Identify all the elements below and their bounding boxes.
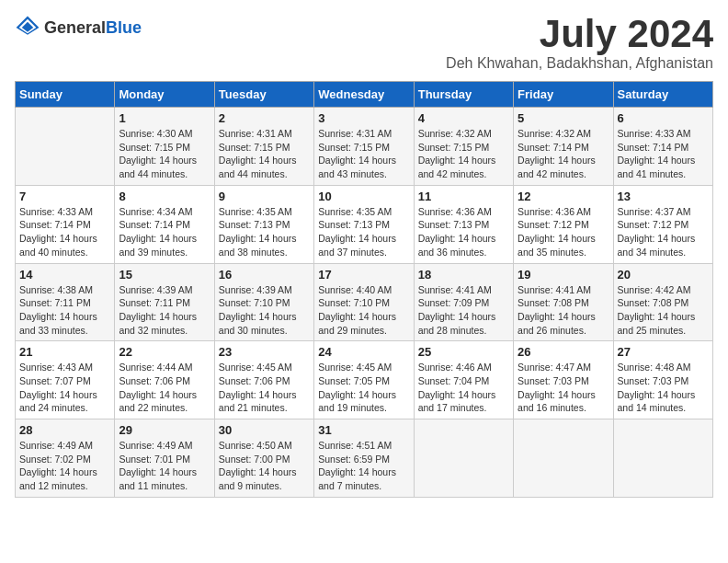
col-header-wednesday: Wednesday bbox=[314, 82, 414, 108]
week-row-2: 7Sunrise: 4:33 AM Sunset: 7:14 PM Daylig… bbox=[16, 185, 713, 263]
logo-blue: Blue bbox=[106, 18, 142, 37]
day-info: Sunrise: 4:30 AM Sunset: 7:15 PM Dayligh… bbox=[119, 127, 210, 181]
calendar-cell: 28Sunrise: 4:49 AM Sunset: 7:02 PM Dayli… bbox=[16, 419, 115, 498]
week-row-1: 1Sunrise: 4:30 AM Sunset: 7:15 PM Daylig… bbox=[16, 108, 713, 186]
day-number: 19 bbox=[518, 268, 609, 282]
col-header-sunday: Sunday bbox=[16, 82, 115, 108]
day-info: Sunrise: 4:37 AM Sunset: 7:12 PM Dayligh… bbox=[618, 205, 709, 259]
day-number: 22 bbox=[119, 345, 210, 359]
calendar-cell bbox=[613, 419, 712, 498]
day-number: 2 bbox=[219, 111, 310, 125]
day-number: 9 bbox=[219, 190, 310, 203]
calendar-cell: 8Sunrise: 4:34 AM Sunset: 7:14 PM Daylig… bbox=[115, 185, 214, 263]
calendar-cell: 26Sunrise: 4:47 AM Sunset: 7:03 PM Dayli… bbox=[514, 341, 613, 419]
location-title: Deh Khwahan, Badakhshan, Afghanistan bbox=[446, 55, 713, 72]
logo-general: General bbox=[44, 18, 106, 37]
day-info: Sunrise: 4:38 AM Sunset: 7:11 PM Dayligh… bbox=[19, 283, 110, 338]
day-info: Sunrise: 4:42 AM Sunset: 7:08 PM Dayligh… bbox=[618, 283, 709, 338]
week-row-5: 28Sunrise: 4:49 AM Sunset: 7:02 PM Dayli… bbox=[16, 419, 713, 498]
day-info: Sunrise: 4:46 AM Sunset: 7:04 PM Dayligh… bbox=[418, 361, 509, 415]
calendar-cell: 11Sunrise: 4:36 AM Sunset: 7:13 PM Dayli… bbox=[414, 185, 513, 263]
calendar-cell: 10Sunrise: 4:35 AM Sunset: 7:13 PM Dayli… bbox=[314, 185, 414, 263]
day-number: 27 bbox=[618, 345, 709, 359]
day-info: Sunrise: 4:50 AM Sunset: 7:00 PM Dayligh… bbox=[219, 439, 310, 493]
month-title: July 2024 bbox=[446, 15, 713, 53]
day-info: Sunrise: 4:48 AM Sunset: 7:03 PM Dayligh… bbox=[618, 361, 709, 415]
day-number: 3 bbox=[318, 111, 409, 125]
day-number: 11 bbox=[418, 190, 509, 203]
day-number: 24 bbox=[318, 345, 409, 359]
day-info: Sunrise: 4:36 AM Sunset: 7:13 PM Dayligh… bbox=[418, 205, 509, 259]
calendar-cell: 27Sunrise: 4:48 AM Sunset: 7:03 PM Dayli… bbox=[613, 341, 712, 419]
day-number: 20 bbox=[618, 268, 709, 282]
day-info: Sunrise: 4:51 AM Sunset: 6:59 PM Dayligh… bbox=[318, 439, 409, 493]
calendar-cell: 21Sunrise: 4:43 AM Sunset: 7:07 PM Dayli… bbox=[16, 341, 115, 419]
day-info: Sunrise: 4:41 AM Sunset: 7:09 PM Dayligh… bbox=[418, 283, 509, 338]
day-number: 23 bbox=[219, 345, 310, 359]
title-area: July 2024 Deh Khwahan, Badakhshan, Afgha… bbox=[446, 15, 713, 72]
day-info: Sunrise: 4:33 AM Sunset: 7:14 PM Dayligh… bbox=[19, 205, 110, 259]
calendar-cell: 4Sunrise: 4:32 AM Sunset: 7:15 PM Daylig… bbox=[414, 108, 513, 186]
calendar-cell: 18Sunrise: 4:41 AM Sunset: 7:09 PM Dayli… bbox=[414, 263, 513, 341]
calendar-cell: 20Sunrise: 4:42 AM Sunset: 7:08 PM Dayli… bbox=[613, 263, 712, 341]
day-info: Sunrise: 4:35 AM Sunset: 7:13 PM Dayligh… bbox=[219, 205, 310, 259]
day-info: Sunrise: 4:31 AM Sunset: 7:15 PM Dayligh… bbox=[318, 127, 409, 181]
page-header: GeneralBlue July 2024 Deh Khwahan, Badak… bbox=[15, 15, 713, 72]
day-number: 30 bbox=[219, 423, 310, 437]
day-number: 7 bbox=[19, 190, 110, 203]
calendar-table: SundayMondayTuesdayWednesdayThursdayFrid… bbox=[15, 81, 713, 498]
day-number: 21 bbox=[19, 345, 110, 359]
day-number: 16 bbox=[219, 268, 310, 282]
col-header-monday: Monday bbox=[115, 82, 214, 108]
calendar-cell: 24Sunrise: 4:45 AM Sunset: 7:05 PM Dayli… bbox=[314, 341, 414, 419]
logo-text: GeneralBlue bbox=[44, 18, 142, 38]
day-number: 1 bbox=[119, 111, 210, 125]
calendar-cell: 30Sunrise: 4:50 AM Sunset: 7:00 PM Dayli… bbox=[214, 419, 313, 498]
day-number: 29 bbox=[119, 423, 210, 437]
calendar-cell: 31Sunrise: 4:51 AM Sunset: 6:59 PM Dayli… bbox=[314, 419, 414, 498]
col-header-friday: Friday bbox=[514, 82, 613, 108]
day-info: Sunrise: 4:49 AM Sunset: 7:01 PM Dayligh… bbox=[119, 439, 210, 493]
day-number: 25 bbox=[418, 345, 509, 359]
calendar-cell: 2Sunrise: 4:31 AM Sunset: 7:15 PM Daylig… bbox=[214, 108, 313, 186]
calendar-cell: 16Sunrise: 4:39 AM Sunset: 7:10 PM Dayli… bbox=[214, 263, 313, 341]
day-info: Sunrise: 4:49 AM Sunset: 7:02 PM Dayligh… bbox=[19, 439, 110, 493]
day-info: Sunrise: 4:39 AM Sunset: 7:11 PM Dayligh… bbox=[119, 283, 210, 338]
calendar-cell: 17Sunrise: 4:40 AM Sunset: 7:10 PM Dayli… bbox=[314, 263, 414, 341]
week-row-4: 21Sunrise: 4:43 AM Sunset: 7:07 PM Dayli… bbox=[16, 341, 713, 419]
calendar-cell: 13Sunrise: 4:37 AM Sunset: 7:12 PM Dayli… bbox=[613, 185, 712, 263]
logo: GeneralBlue bbox=[15, 15, 142, 40]
day-info: Sunrise: 4:33 AM Sunset: 7:14 PM Dayligh… bbox=[618, 127, 709, 181]
day-number: 18 bbox=[418, 268, 509, 282]
day-info: Sunrise: 4:39 AM Sunset: 7:10 PM Dayligh… bbox=[219, 283, 310, 338]
col-header-saturday: Saturday bbox=[613, 82, 712, 108]
calendar-cell: 15Sunrise: 4:39 AM Sunset: 7:11 PM Dayli… bbox=[115, 263, 214, 341]
day-info: Sunrise: 4:34 AM Sunset: 7:14 PM Dayligh… bbox=[119, 205, 210, 259]
day-info: Sunrise: 4:32 AM Sunset: 7:15 PM Dayligh… bbox=[418, 127, 509, 181]
day-info: Sunrise: 4:44 AM Sunset: 7:06 PM Dayligh… bbox=[119, 361, 210, 415]
day-number: 8 bbox=[119, 190, 210, 203]
calendar-cell: 29Sunrise: 4:49 AM Sunset: 7:01 PM Dayli… bbox=[115, 419, 214, 498]
calendar-cell bbox=[414, 419, 513, 498]
calendar-cell: 3Sunrise: 4:31 AM Sunset: 7:15 PM Daylig… bbox=[314, 108, 414, 186]
calendar-cell bbox=[16, 108, 115, 186]
col-header-tuesday: Tuesday bbox=[214, 82, 313, 108]
calendar-header-row: SundayMondayTuesdayWednesdayThursdayFrid… bbox=[16, 82, 713, 108]
day-info: Sunrise: 4:43 AM Sunset: 7:07 PM Dayligh… bbox=[19, 361, 110, 415]
logo-icon bbox=[15, 15, 40, 40]
day-info: Sunrise: 4:41 AM Sunset: 7:08 PM Dayligh… bbox=[518, 283, 609, 338]
day-number: 14 bbox=[19, 268, 110, 282]
day-info: Sunrise: 4:40 AM Sunset: 7:10 PM Dayligh… bbox=[318, 283, 409, 338]
day-number: 15 bbox=[119, 268, 210, 282]
day-number: 17 bbox=[318, 268, 409, 282]
calendar-cell: 6Sunrise: 4:33 AM Sunset: 7:14 PM Daylig… bbox=[613, 108, 712, 186]
calendar-cell: 12Sunrise: 4:36 AM Sunset: 7:12 PM Dayli… bbox=[514, 185, 613, 263]
day-info: Sunrise: 4:32 AM Sunset: 7:14 PM Dayligh… bbox=[518, 127, 609, 181]
calendar-cell: 5Sunrise: 4:32 AM Sunset: 7:14 PM Daylig… bbox=[514, 108, 613, 186]
day-number: 4 bbox=[418, 111, 509, 125]
day-number: 31 bbox=[318, 423, 409, 437]
week-row-3: 14Sunrise: 4:38 AM Sunset: 7:11 PM Dayli… bbox=[16, 263, 713, 341]
calendar-cell: 25Sunrise: 4:46 AM Sunset: 7:04 PM Dayli… bbox=[414, 341, 513, 419]
calendar-cell: 7Sunrise: 4:33 AM Sunset: 7:14 PM Daylig… bbox=[16, 185, 115, 263]
day-number: 13 bbox=[618, 190, 709, 203]
